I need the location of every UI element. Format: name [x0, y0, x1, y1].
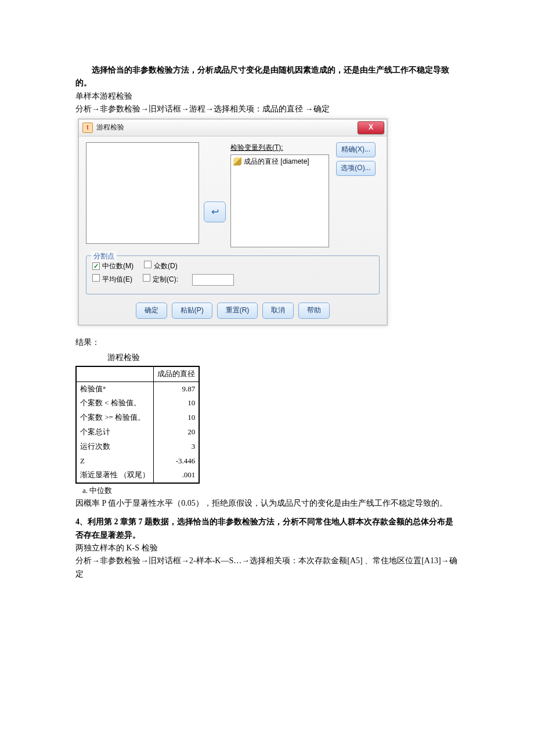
app-icon: t	[82, 123, 93, 133]
row-key: 渐近显著性 （双尾）	[76, 468, 154, 483]
table-row: 检验值ᵃ9.87	[76, 381, 199, 396]
checkbox-icon	[92, 274, 100, 282]
table-row: Z-3.446	[76, 454, 199, 469]
help-button[interactable]: 帮助	[298, 303, 330, 319]
table-footnote: a. 中位数	[82, 485, 459, 497]
row-key: 运行次数	[76, 440, 154, 454]
table-row: 个案数 >= 检验值。10	[76, 411, 199, 425]
test-var-list-label-text: 检验变量列表(T):	[230, 143, 283, 152]
median-checkbox[interactable]: 中位数(M)	[92, 261, 134, 272]
close-button[interactable]: X	[358, 121, 384, 134]
mode-label: 众数(D)	[154, 262, 178, 270]
runs-test-dialog: t 游程检验 X ↩ 检验变量列表(T): 成品的直径 [diamete] 精确…	[78, 118, 388, 326]
mean-checkbox[interactable]: 平均值(E)	[92, 274, 132, 285]
list-item[interactable]: 成品的直径 [diamete]	[231, 155, 329, 168]
table-header-col2: 成品的直径	[154, 366, 200, 381]
test-var-list-label: 检验变量列表(T):	[230, 142, 329, 153]
ok-button[interactable]: 确定	[136, 303, 167, 319]
median-label: 中位数(M)	[102, 262, 134, 270]
table-title: 游程检验	[75, 351, 172, 364]
custom-label: 定制(C):	[153, 275, 178, 283]
row-val: 9.87	[154, 381, 200, 396]
checkbox-icon	[143, 274, 150, 282]
mode-checkbox[interactable]: 众数(D)	[144, 261, 178, 272]
intro-line3: 分析→非参数检验→旧对话框→游程→选择相关项：成品的直径 →确定	[75, 103, 459, 116]
intro-bold: 选择恰当的非参数检验方法，分析成品尺寸变化是由随机因素造成的，还是由生产线工作不…	[75, 64, 459, 90]
test-variable-list[interactable]: 成品的直径 [diamete]	[230, 154, 329, 247]
row-key: Z	[76, 454, 154, 469]
row-key: 检验值ᵃ	[76, 381, 154, 396]
dialog-title: 游程检验	[96, 122, 124, 133]
dialog-titlebar: t 游程检验 X	[79, 120, 387, 136]
options-button[interactable]: 选项(O)...	[336, 161, 376, 176]
row-val: 20	[154, 425, 200, 440]
cancel-button[interactable]: 取消	[262, 303, 294, 319]
dialog-body: ↩ 检验变量列表(T): 成品的直径 [diamete] 精确(X)... 选项…	[79, 136, 387, 325]
row-key: 个案总计	[76, 425, 154, 440]
row-val: 10	[154, 396, 200, 411]
row-val: 10	[154, 411, 200, 425]
row-val: -3.446	[154, 454, 200, 469]
row-val: .001	[154, 468, 200, 483]
table-row: 渐近显著性 （双尾）.001	[76, 468, 199, 483]
exact-button[interactable]: 精确(X)...	[336, 142, 376, 157]
q4-line3: 分析→非参数检验→旧对话框→2-样本-K—S…→选择相关项：本次存款金额[A5]…	[75, 555, 459, 581]
q4-title: 4、利用第 2 章第 7 题数据，选择恰当的非参数检验方法，分析不同常住地人群本…	[75, 516, 459, 542]
runs-test-table: 成品的直径 检验值ᵃ9.87 个案数 < 检验值。10 个案数 >= 检验值。1…	[75, 366, 200, 484]
results-conclusion: 因概率 P 值小于显著性水平（0.05），拒绝原假设，认为成品尺寸的变化是由生产…	[75, 497, 459, 510]
reset-button[interactable]: 重置(R)	[217, 303, 258, 319]
table-row: 个案总计20	[76, 425, 199, 440]
checkbox-icon	[92, 262, 100, 270]
q4-line2: 两独立样本的 K-S 检验	[75, 542, 459, 555]
custom-value-input[interactable]	[192, 274, 234, 286]
source-variable-list[interactable]	[86, 142, 199, 244]
row-key: 个案数 < 检验值。	[76, 396, 154, 411]
table-row: 个案数 < 检验值。10	[76, 396, 199, 411]
row-val: 3	[154, 440, 200, 454]
table-row: 运行次数3	[76, 440, 199, 454]
pencil-icon	[233, 157, 241, 165]
intro-line2: 单样本游程检验	[75, 90, 459, 103]
results-label: 结果：	[75, 336, 459, 349]
paste-button[interactable]: 粘贴(P)	[172, 303, 212, 319]
mean-label: 平均值(E)	[102, 275, 132, 283]
row-key: 个案数 >= 检验值。	[76, 411, 154, 425]
move-variable-button[interactable]: ↩	[204, 201, 226, 222]
list-item-label: 成品的直径 [diamete]	[244, 156, 309, 167]
custom-checkbox[interactable]: 定制(C):	[143, 274, 178, 285]
cutpoint-fieldset: 分割点 中位数(M) 众数(D) 平均值(E) 定制(C):	[86, 255, 380, 294]
cutpoint-legend: 分割点	[91, 251, 117, 262]
table-header-empty	[76, 366, 154, 381]
checkbox-icon	[144, 261, 151, 268]
